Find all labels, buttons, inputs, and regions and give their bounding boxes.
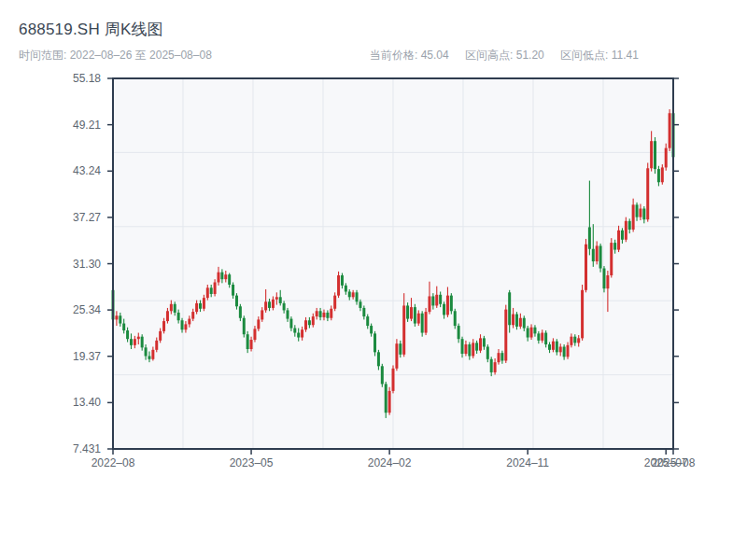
range-low-label: 区间低点: 11.41	[560, 49, 639, 62]
y-tick-label: 7.431	[28, 442, 101, 455]
date-range-label: 时间范围: 2022–08–26 至 2025–08–08	[19, 48, 212, 63]
price-info-row: 当前价格: 45.04 区间高点: 51.20 区间低点: 11.41	[370, 48, 652, 63]
x-tick-label: 2024–02	[352, 456, 427, 469]
y-tick-label: 13.40	[28, 396, 101, 409]
y-tick-label: 37.27	[28, 211, 101, 224]
x-tick-label: 2025–08	[636, 456, 711, 469]
y-tick-label: 43.24	[28, 164, 101, 177]
y-tick-label: 19.37	[28, 350, 101, 363]
kline-page: 688519.SH 周K线图 时间范围: 2022–08–26 至 2025–0…	[0, 0, 747, 560]
page-title: 688519.SH 周K线图	[19, 19, 163, 40]
current-price-label: 当前价格: 45.04	[370, 49, 449, 62]
x-tick-label: 2022–08	[76, 456, 150, 469]
y-tick-label: 31.30	[28, 258, 101, 271]
range-high-label: 区间高点: 51.20	[465, 49, 544, 62]
y-tick-label: 49.21	[28, 119, 101, 132]
kline-chart	[106, 78, 681, 455]
y-tick-label: 25.34	[28, 303, 101, 316]
y-tick-label: 55.18	[28, 72, 101, 85]
x-tick-label: 2024–11	[490, 456, 565, 469]
x-tick-label: 2023–05	[214, 456, 289, 469]
